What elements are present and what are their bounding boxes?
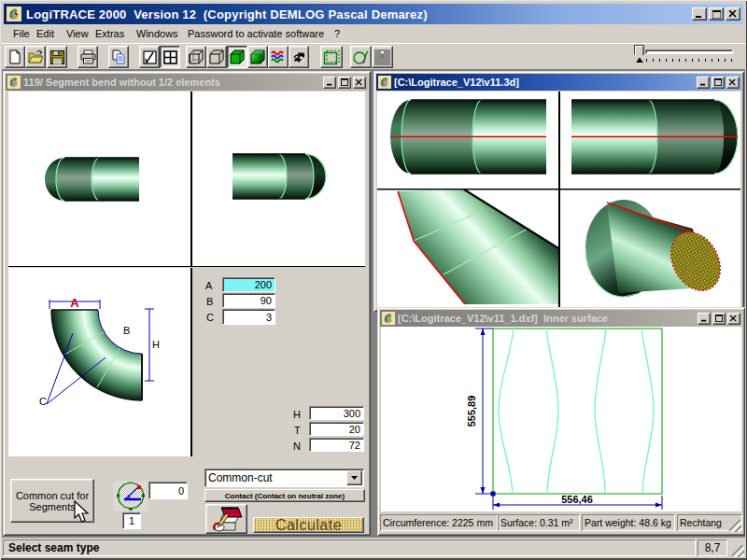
status-bar: Select seam type 8,7: [2, 538, 745, 558]
menu-help[interactable]: ?: [334, 28, 340, 39]
print-icon: [80, 49, 96, 64]
app-resize-grip[interactable]: [732, 545, 744, 557]
shaded-green-cube-icon: [250, 49, 265, 64]
resize-grip[interactable]: [729, 520, 741, 532]
angle-value-field[interactable]: 0: [148, 482, 188, 499]
mdi-workspace: 119/ Segment bend without 1/2 elements: [2, 69, 745, 538]
child-minimize-button[interactable]: [698, 313, 711, 325]
gray-tile-button[interactable]: [372, 46, 393, 68]
segment-render-side: [192, 91, 365, 266]
colored-lines-icon: [271, 50, 286, 63]
app-title: LogiTRACE 2000 Version 12 (Copyright DEM…: [26, 7, 428, 21]
seam-type-combobox[interactable]: Common-cut: [204, 469, 364, 487]
part-weight-panel: Part weight: 48.6 kg: [582, 514, 675, 531]
param-c-field[interactable]: 3: [222, 309, 275, 325]
document-icon: [378, 76, 391, 89]
wireframe-view-button[interactable]: [186, 46, 206, 68]
menu-password[interactable]: Password to activate software: [188, 28, 324, 39]
unfold-pattern: 555,89 556,46: [381, 327, 741, 511]
maximize-button[interactable]: [709, 7, 724, 21]
param-n-label: N: [293, 441, 301, 452]
circumference-panel: Circumference: 2225 mm: [380, 514, 498, 531]
title-bar: LogiTRACE 2000 Version 12 (Copyright DEM…: [4, 4, 743, 24]
save-floppy-icon: [50, 50, 64, 64]
child-close-button[interactable]: [353, 77, 366, 89]
save-button[interactable]: [47, 46, 67, 68]
model-3d-titlebar[interactable]: [C:\Logitrace_V12\v11.3d]: [376, 74, 741, 91]
chevron-down-icon: [351, 476, 358, 480]
viewports-grid-button[interactable]: [160, 46, 180, 68]
child-close-button[interactable]: [727, 313, 740, 325]
angle-tool-icon: [113, 481, 148, 511]
minimize-button[interactable]: [692, 7, 707, 21]
document-icon: [7, 76, 21, 89]
slider-start-mark: [636, 58, 643, 63]
dashed-rectangle-icon: [323, 49, 340, 65]
contact-button[interactable]: Contact (Contact on neutral zone): [204, 489, 365, 502]
flat-shading-view-button[interactable]: [227, 46, 247, 68]
rotate-arrows-icon: [291, 49, 306, 64]
hidden-line-cube-icon: [209, 49, 224, 64]
calculate-button[interactable]: Calculate: [253, 517, 364, 533]
print-button[interactable]: [78, 46, 98, 68]
dashed-rectangle-button[interactable]: [320, 46, 343, 68]
child-maximize-button[interactable]: [712, 77, 725, 89]
copy-button[interactable]: [108, 46, 129, 68]
svg-text:A: A: [70, 296, 79, 310]
wireframe-cube-icon: [189, 49, 204, 64]
status-value: 8,7: [698, 539, 727, 556]
zoom-slider[interactable]: [633, 45, 738, 65]
child-minimize-button[interactable]: [697, 77, 710, 89]
menu-view[interactable]: View: [66, 28, 89, 39]
colored-lines-button[interactable]: [268, 46, 289, 68]
status-message: Select seam type: [3, 539, 696, 556]
menu-bar: File Edit View Extras Windows Password t…: [2, 25, 745, 43]
menu-file[interactable]: File: [13, 28, 30, 39]
child-maximize-button[interactable]: [338, 77, 351, 89]
child-close-button[interactable]: [726, 77, 740, 89]
new-document-icon: [7, 49, 22, 64]
gray-tile-icon: [374, 49, 390, 65]
param-a-field[interactable]: 200: [222, 277, 275, 292]
inner-surface-window: [C:\Logitrace_V12\v11_1.dxf] Inner surfa…: [377, 307, 745, 536]
count-field[interactable]: 1: [122, 512, 141, 529]
new-document-button[interactable]: [5, 46, 25, 68]
close-button[interactable]: [726, 7, 740, 21]
segment-render-front: [8, 91, 191, 266]
child-maximize-button[interactable]: [712, 313, 726, 325]
notes-button[interactable]: [205, 504, 247, 534]
app-icon: [7, 7, 21, 21]
segment-bend-title: 119/ Segment bend without 1/2 elements: [23, 77, 323, 88]
ellipse-tool-button[interactable]: [350, 46, 372, 68]
param-n-field[interactable]: 72: [309, 438, 364, 452]
menu-windows[interactable]: Windows: [136, 28, 178, 39]
bend-diagram: A B H C: [8, 268, 190, 456]
smooth-shading-view-button[interactable]: [247, 46, 268, 68]
selection-mode-button[interactable]: [139, 46, 160, 68]
param-b-field[interactable]: 90: [222, 293, 275, 308]
document-icon: [382, 312, 395, 325]
open-file-button[interactable]: [25, 46, 46, 68]
notepad-pencil-icon: [211, 506, 243, 532]
param-t-label: T: [294, 425, 301, 436]
param-h-field[interactable]: 300: [309, 406, 364, 420]
child-minimize-button[interactable]: [323, 77, 336, 89]
mouse-cursor: [74, 500, 90, 524]
menu-edit[interactable]: Edit: [36, 28, 54, 39]
segment-bend-titlebar[interactable]: 119/ Segment bend without 1/2 elements: [6, 74, 368, 91]
inner-surface-titlebar[interactable]: [C:\Logitrace_V12\v11_1.dxf] Inner surfa…: [380, 310, 742, 327]
svg-text:C: C: [39, 396, 47, 407]
angle-tool-tile[interactable]: [113, 481, 148, 511]
viewports-grid-icon: [163, 50, 177, 64]
param-b-label: B: [206, 296, 213, 307]
hidden-line-view-button[interactable]: [206, 46, 227, 68]
slider-channel[interactable]: [645, 49, 733, 54]
combo-dropdown-button[interactable]: [346, 470, 362, 485]
ellipse-tool-icon: [353, 49, 370, 65]
inner-surface-title: [C:\Logitrace_V12\v11_1.dxf] Inner surfa…: [398, 313, 698, 324]
open-folder-icon: [28, 49, 44, 64]
menu-extras[interactable]: Extras: [95, 28, 124, 39]
rotate-view-button[interactable]: [289, 46, 309, 68]
height-dimension-label: 555,89: [466, 396, 477, 427]
param-t-field[interactable]: 20: [309, 422, 364, 436]
